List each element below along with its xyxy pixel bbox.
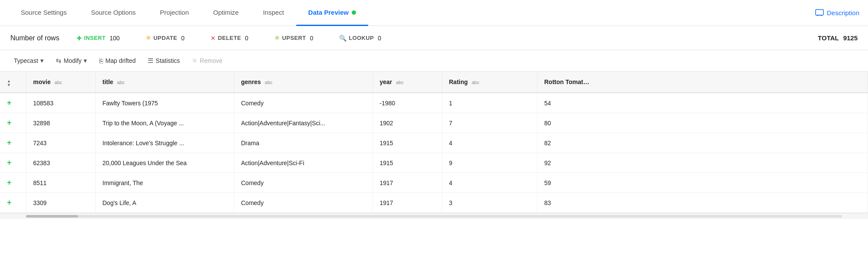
stats-row: Number of rows ✚ INSERT 100 ✳ UPDATE 0 ✕… <box>0 26 868 50</box>
typecast-button[interactable]: Typecast ▾ <box>9 55 49 67</box>
row-add-button[interactable]: + <box>0 173 26 193</box>
row-rotton: 82 <box>537 133 868 153</box>
data-table-container: ▲▼ movie abc title abc genres abc year a… <box>0 72 868 213</box>
update-icon: ✳ <box>146 34 151 42</box>
remove-icon: ✕ <box>192 57 198 65</box>
data-table: ▲▼ movie abc title abc genres abc year a… <box>0 72 868 213</box>
col-header-rotton-tomato[interactable]: Rotton Tomat… <box>537 72 868 93</box>
upsert-icon: ✳ <box>274 34 280 42</box>
row-genres: Comedy <box>234 173 372 193</box>
row-movie: 32898 <box>26 113 95 133</box>
upsert-key: UPSERT <box>282 35 306 41</box>
row-rating: 3 <box>442 193 537 213</box>
modify-icon: ⇆ <box>56 57 62 65</box>
row-year: 1917 <box>372 193 442 213</box>
stat-delete: ✕ DELETE 0 <box>211 35 248 42</box>
row-rating: 1 <box>442 93 537 113</box>
scrollbar-track <box>26 215 842 218</box>
row-year: 1902 <box>372 113 442 133</box>
row-rotton: 59 <box>537 173 868 193</box>
col-header-movie[interactable]: movie abc <box>26 72 95 93</box>
stat-update: ✳ UPDATE 0 <box>146 34 185 42</box>
row-title: Dog's Life, A <box>95 193 234 213</box>
total-value: 9125 <box>843 34 858 42</box>
table-row: +8511Immigrant, TheComedy1917459 <box>0 173 868 193</box>
description-button[interactable]: Description <box>815 9 859 17</box>
col-header-genres[interactable]: genres abc <box>234 72 372 93</box>
col-movie-label: movie <box>33 78 51 85</box>
col-rotton-label: Rotton Tomat… <box>544 78 589 85</box>
row-year: -1980 <box>372 93 442 113</box>
map-drifted-icon: ⎘ <box>99 57 103 65</box>
col-genres-label: genres <box>241 78 261 85</box>
row-rating: 4 <box>442 133 537 153</box>
total-key: TOTAL <box>818 34 839 42</box>
row-genres: Action|Adventure|Sci-Fi <box>234 153 372 173</box>
row-title: Fawlty Towers (1975 <box>95 93 234 113</box>
row-title: Intolerance: Love's Struggle ... <box>95 133 234 153</box>
table-row: +6238320,000 Leagues Under the SeaAction… <box>0 153 868 173</box>
col-header-year[interactable]: year abc <box>372 72 442 93</box>
top-nav: Source Settings Source Options Projectio… <box>0 0 868 26</box>
remove-button[interactable]: ✕ Remove <box>187 55 227 67</box>
row-add-button[interactable]: + <box>0 133 26 153</box>
col-genres-type: abc <box>265 80 272 85</box>
lookup-value: 0 <box>378 35 381 42</box>
map-drifted-button[interactable]: ⎘ Map drifted <box>94 55 141 67</box>
col-header-title[interactable]: title abc <box>95 72 234 93</box>
row-rotton: 80 <box>537 113 868 133</box>
row-genres: Drama <box>234 133 372 153</box>
table-row: +32898Trip to the Moon, A (Voyage ...Act… <box>0 113 868 133</box>
tab-projection[interactable]: Projection <box>148 0 201 26</box>
toolbar: Typecast ▾ ⇆ Modify ▾ ⎘ Map drifted ☰ St… <box>0 50 868 72</box>
tab-inspect[interactable]: Inspect <box>251 0 296 26</box>
row-rating: 9 <box>442 153 537 173</box>
table-header-row: ▲▼ movie abc title abc genres abc year a… <box>0 72 868 93</box>
row-rotton: 92 <box>537 153 868 173</box>
row-rating: 7 <box>442 113 537 133</box>
tab-data-preview[interactable]: Data Preview <box>296 0 368 26</box>
row-movie: 8511 <box>26 173 95 193</box>
lookup-key: LOOKUP <box>349 35 374 41</box>
row-genres: Action|Adventure|Fantasy|Sci... <box>234 113 372 133</box>
typecast-chevron-icon: ▾ <box>40 57 44 65</box>
modify-button[interactable]: ⇆ Modify ▾ <box>51 55 92 67</box>
insert-value: 100 <box>110 35 120 42</box>
tab-source-settings[interactable]: Source Settings <box>9 0 79 26</box>
stat-insert: ✚ INSERT 100 <box>77 35 120 42</box>
col-header-rating[interactable]: Rating abc <box>442 72 537 93</box>
col-year-label: year <box>380 78 392 85</box>
scrollbar-thumb[interactable] <box>26 215 78 218</box>
row-add-button[interactable]: + <box>0 93 26 113</box>
horizontal-scrollbar[interactable] <box>0 213 868 219</box>
table-row: +7243Intolerance: Love's Struggle ...Dra… <box>0 133 868 153</box>
delete-key: DELETE <box>218 35 241 41</box>
row-add-button[interactable]: + <box>0 193 26 213</box>
stats-label: Number of rows <box>10 34 59 42</box>
chat-icon <box>815 9 824 17</box>
lookup-icon: 🔍 <box>339 35 347 42</box>
row-add-button[interactable]: + <box>0 153 26 173</box>
statistics-button[interactable]: ☰ Statistics <box>143 55 185 67</box>
row-genres: Comedy <box>234 193 372 213</box>
row-rating: 4 <box>442 173 537 193</box>
col-rating-label: Rating <box>449 78 468 85</box>
row-rotton: 83 <box>537 193 868 213</box>
row-year: 1915 <box>372 133 442 153</box>
row-genres: Comedy <box>234 93 372 113</box>
sort-arrows-icon: ▲▼ <box>7 79 11 87</box>
row-movie: 62383 <box>26 153 95 173</box>
row-title: Trip to the Moon, A (Voyage ... <box>95 113 234 133</box>
row-movie: 7243 <box>26 133 95 153</box>
update-key: UPDATE <box>153 35 177 41</box>
svg-rect-0 <box>816 10 823 15</box>
tab-optimize[interactable]: Optimize <box>201 0 251 26</box>
modify-chevron-icon: ▾ <box>84 57 87 65</box>
delete-value: 0 <box>245 35 249 42</box>
stat-lookup: 🔍 LOOKUP 0 <box>339 35 381 42</box>
table-body: +108583Fawlty Towers (1975Comedy-1980154… <box>0 93 868 213</box>
row-add-button[interactable]: + <box>0 113 26 133</box>
tab-source-options[interactable]: Source Options <box>79 0 148 26</box>
stat-upsert: ✳ UPSERT 0 <box>274 34 313 42</box>
row-title: 20,000 Leagues Under the Sea <box>95 153 234 173</box>
